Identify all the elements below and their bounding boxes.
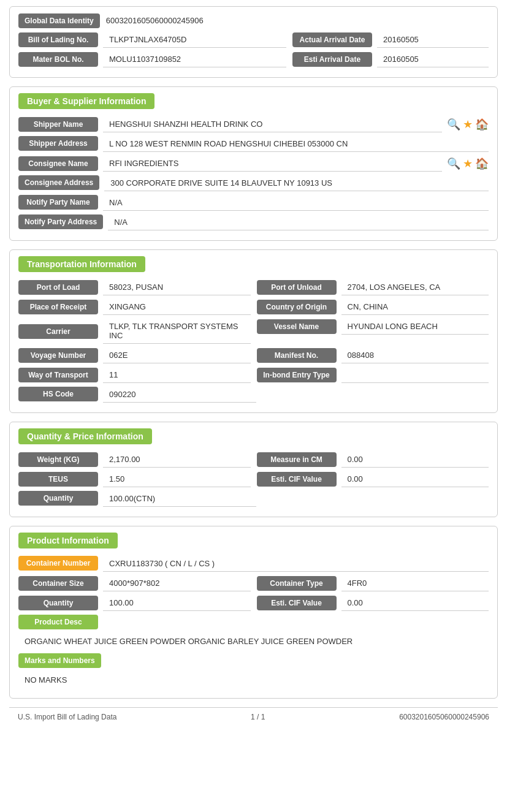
consignee-name-label: Consignee Name bbox=[18, 156, 98, 171]
product-esti-cif-value: 0.00 bbox=[341, 595, 489, 611]
footer-center: 1 / 1 bbox=[251, 713, 265, 721]
manifest-no-label: Manifest No. bbox=[257, 348, 337, 363]
weight-value: 2,170.00 bbox=[103, 452, 251, 468]
way-of-transport-label: Way of Transport bbox=[18, 368, 98, 382]
country-of-origin-label: Country of Origin bbox=[257, 300, 337, 314]
consignee-icons: 🔍 ★ 🏠 bbox=[447, 157, 489, 170]
actual-arrival-date-label: Actual Arrival Date bbox=[292, 32, 372, 47]
esti-arrival-date-value: 20160505 bbox=[377, 51, 489, 67]
transportation-section-title: Transportation Information bbox=[18, 256, 145, 272]
consignee-home-icon[interactable]: 🏠 bbox=[475, 157, 489, 170]
shipper-name-label: Shipper Name bbox=[18, 117, 98, 132]
shipper-icons: 🔍 ★ 🏠 bbox=[447, 118, 489, 131]
in-bond-entry-type-value bbox=[341, 367, 489, 383]
carrier-label: Carrier bbox=[18, 324, 98, 339]
marks-and-numbers-value: NO MARKS bbox=[18, 672, 489, 688]
port-of-load-value: 58023, PUSAN bbox=[103, 279, 251, 295]
notify-party-address-value: N/A bbox=[108, 214, 489, 230]
container-type-label: Container Type bbox=[257, 576, 337, 591]
marks-and-numbers-label: Marks and Numbers bbox=[18, 653, 101, 668]
teus-value: 1.50 bbox=[103, 471, 251, 487]
notify-party-name-value: N/A bbox=[103, 195, 489, 211]
bill-of-lading-label: Bill of Lading No. bbox=[18, 32, 98, 47]
place-of-receipt-value: XINGANG bbox=[103, 299, 251, 315]
consignee-name-value: RFI INGREDIENTS bbox=[103, 156, 442, 172]
port-of-load-label: Port of Load bbox=[18, 280, 98, 295]
actual-arrival-date-value: 20160505 bbox=[377, 32, 489, 48]
measure-value: 0.00 bbox=[341, 452, 489, 468]
hs-code-label: HS Code bbox=[18, 387, 98, 401]
vessel-name-label: Vessel Name bbox=[257, 319, 337, 334]
notify-party-address-label: Notify Party Address bbox=[18, 214, 103, 229]
consignee-star-icon[interactable]: ★ bbox=[463, 157, 473, 170]
weight-label: Weight (KG) bbox=[18, 452, 98, 467]
consignee-address-value: 300 CORPORATE DRIVE SUITE 14 BLAUVELT NY… bbox=[104, 175, 489, 191]
hs-code-value: 090220 bbox=[103, 387, 256, 403]
in-bond-entry-type-label: In-bond Entry Type bbox=[257, 368, 337, 382]
mater-bol-value: MOLU11037109852 bbox=[103, 51, 286, 67]
quantity-price-section-title: Quantity & Price Information bbox=[18, 428, 152, 444]
footer-right: 6003201605060000245906 bbox=[399, 713, 489, 721]
carrier-value: TLKP, TLK TRANSPORT SYSTEMS INC bbox=[103, 319, 251, 344]
shipper-address-value: L NO 128 WEST RENMIN ROAD HENGSHUI CIHEB… bbox=[103, 136, 489, 152]
mater-bol-label: Mater BOL No. bbox=[18, 52, 98, 67]
way-of-transport-value: 11 bbox=[103, 367, 251, 383]
container-number-label: Container Number bbox=[18, 556, 98, 571]
product-section-title: Product Information bbox=[18, 533, 118, 548]
vessel-name-value: HYUNDAI LONG BEACH bbox=[341, 319, 489, 335]
consignee-search-icon[interactable]: 🔍 bbox=[447, 157, 460, 170]
measure-label: Measure in CM bbox=[257, 452, 337, 467]
global-data-identity-value: 6003201605060000245906 bbox=[100, 13, 489, 28]
container-type-value: 4FR0 bbox=[341, 575, 489, 591]
consignee-address-label: Consignee Address bbox=[18, 175, 99, 190]
shipper-home-icon[interactable]: 🏠 bbox=[475, 118, 489, 131]
bill-of-lading-value: TLKPTJNLAX64705D bbox=[103, 32, 286, 48]
voyage-number-value: 062E bbox=[103, 347, 251, 363]
quantity-value: 100.00(CTN) bbox=[103, 491, 256, 507]
container-size-label: Container Size bbox=[18, 576, 98, 591]
product-quantity-value: 100.00 bbox=[103, 595, 251, 611]
esti-arrival-date-label: Esti Arrival Date bbox=[292, 52, 372, 67]
shipper-search-icon[interactable]: 🔍 bbox=[447, 118, 460, 131]
container-number-value: CXRU1183730 ( CN / L / CS ) bbox=[103, 556, 489, 572]
product-esti-cif-label: Esti. CIF Value bbox=[257, 596, 337, 610]
global-data-identity-label: Global Data Identity bbox=[18, 13, 100, 28]
manifest-no-value: 088408 bbox=[341, 347, 489, 363]
esti-cif-label: Esti. CIF Value bbox=[257, 472, 337, 487]
container-size-value: 4000*907*802 bbox=[103, 575, 251, 591]
shipper-address-label: Shipper Address bbox=[18, 136, 98, 151]
shipper-name-value: HENGSHUI SHANZHI HEALTH DRINK CO bbox=[103, 116, 442, 132]
notify-party-name-label: Notify Party Name bbox=[18, 195, 98, 210]
footer-left: U.S. Import Bill of Lading Data bbox=[18, 713, 116, 721]
shipper-star-icon[interactable]: ★ bbox=[463, 118, 473, 131]
teus-label: TEUS bbox=[18, 472, 98, 487]
quantity-label: Quantity bbox=[18, 491, 98, 506]
esti-cif-value: 0.00 bbox=[341, 471, 489, 487]
product-desc-label: Product Desc bbox=[18, 615, 98, 629]
place-of-receipt-label: Place of Receipt bbox=[18, 300, 98, 314]
buyer-supplier-section-title: Buyer & Supplier Information bbox=[18, 93, 154, 109]
voyage-number-label: Voyage Number bbox=[18, 348, 98, 363]
product-quantity-label: Quantity bbox=[18, 596, 98, 610]
country-of-origin-value: CN, CHINA bbox=[341, 299, 489, 315]
port-of-unload-value: 2704, LOS ANGELES, CA bbox=[341, 279, 489, 295]
product-desc-value: ORGANIC WHEAT JUICE GREEN POWDER ORGANIC… bbox=[18, 633, 489, 650]
port-of-unload-label: Port of Unload bbox=[257, 280, 337, 295]
